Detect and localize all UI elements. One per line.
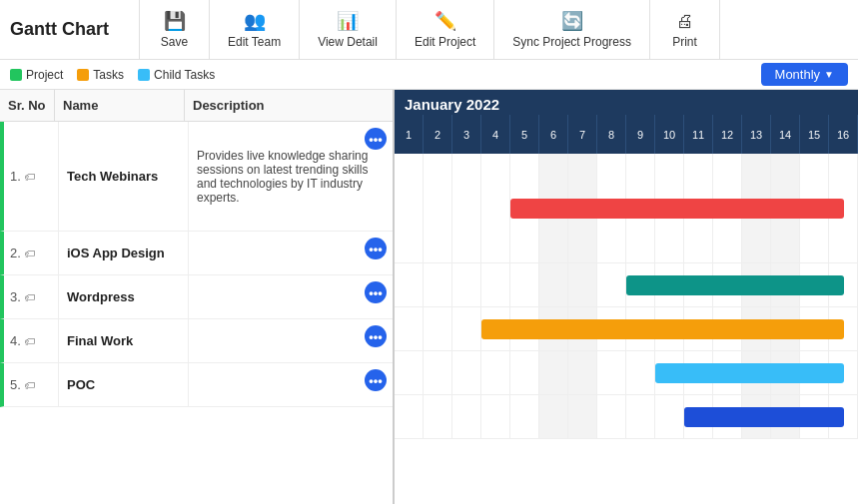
team-icon: 👥 bbox=[244, 10, 266, 32]
gantt-cell bbox=[481, 351, 510, 394]
gantt-cell bbox=[510, 351, 539, 394]
day-15: 15 bbox=[800, 115, 829, 154]
gantt-bar-2[interactable] bbox=[626, 275, 844, 295]
sync-progress-button[interactable]: 🔄 Sync Project Progress bbox=[494, 0, 650, 60]
project-dot bbox=[10, 69, 22, 81]
day-9: 9 bbox=[626, 115, 655, 154]
day-5: 5 bbox=[510, 115, 539, 154]
gantt-cell bbox=[452, 307, 481, 350]
cell-desc-2: ••• bbox=[189, 232, 393, 274]
day-10: 10 bbox=[655, 115, 684, 154]
days-row: 12345678910111213141516 bbox=[395, 115, 858, 154]
task-name-4: Final Work bbox=[67, 333, 133, 348]
detail-icon: 📊 bbox=[337, 10, 359, 32]
cell-srno-4: 4. 🏷 bbox=[4, 319, 59, 362]
table-row: 4. 🏷 Final Work ••• bbox=[0, 319, 393, 363]
gantt-cell bbox=[452, 154, 481, 262]
page-title: Gantt Chart bbox=[10, 19, 129, 40]
gantt-row bbox=[395, 154, 858, 263]
cell-desc-4: ••• bbox=[189, 319, 393, 362]
gantt-cell bbox=[481, 263, 510, 306]
gantt-cell bbox=[424, 351, 452, 394]
subheader: Project Tasks Child Tasks Monthly ▼ bbox=[0, 60, 858, 90]
tag-icon-1: 🏷 bbox=[24, 171, 35, 183]
edit-project-label: Edit Project bbox=[415, 35, 475, 49]
child-tasks-dot bbox=[138, 69, 150, 81]
cell-desc-1: Provides live knowledge sharing sessions… bbox=[189, 122, 393, 231]
gantt-cell bbox=[395, 351, 424, 394]
gantt-row bbox=[395, 307, 858, 351]
gantt-row bbox=[395, 263, 858, 307]
edit-project-button[interactable]: ✏️ Edit Project bbox=[397, 0, 494, 60]
gantt-cell bbox=[395, 307, 424, 350]
left-panel: Sr. No Name Description 1. 🏷 Tech Webina… bbox=[0, 90, 395, 504]
gantt-row bbox=[395, 395, 858, 439]
save-button[interactable]: 💾 Save bbox=[140, 0, 210, 60]
tasks-dot bbox=[77, 69, 89, 81]
toolbar-actions: 💾 Save 👥 Edit Team 📊 View Detail ✏️ Edit… bbox=[139, 0, 720, 60]
print-button[interactable]: 🖨 Print bbox=[650, 0, 720, 60]
legend-tasks: Tasks bbox=[77, 68, 124, 82]
more-button-2[interactable]: ••• bbox=[365, 238, 387, 259]
tag-icon-4: 🏷 bbox=[24, 335, 35, 347]
task-desc-1: Provides live knowledge sharing sessions… bbox=[197, 149, 385, 205]
gantt-bar-3[interactable] bbox=[481, 319, 844, 339]
print-icon: 🖨 bbox=[676, 11, 694, 32]
cell-name-4: Final Work bbox=[59, 319, 189, 362]
gantt-row bbox=[395, 351, 858, 395]
gantt-cell bbox=[395, 395, 424, 438]
gantt-cell bbox=[597, 395, 626, 438]
gantt-cell bbox=[539, 351, 568, 394]
gantt-bar-4[interactable] bbox=[655, 363, 844, 383]
view-detail-button[interactable]: 📊 View Detail bbox=[300, 0, 397, 60]
day-4: 4 bbox=[481, 115, 510, 154]
gantt-cell bbox=[626, 395, 655, 438]
gantt-cell bbox=[539, 263, 568, 306]
day-12: 12 bbox=[713, 115, 742, 154]
gantt-bar-1[interactable] bbox=[510, 199, 844, 219]
cell-name-2: iOS App Design bbox=[59, 232, 189, 274]
gantt-cell bbox=[568, 395, 597, 438]
day-7: 7 bbox=[568, 115, 597, 154]
more-button-4[interactable]: ••• bbox=[365, 325, 387, 347]
project-legend-label: Project bbox=[26, 68, 63, 82]
tag-icon-3: 🏷 bbox=[24, 291, 35, 303]
task-name-5: POC bbox=[67, 377, 95, 392]
monthly-dropdown[interactable]: Monthly ▼ bbox=[761, 63, 848, 86]
sync-progress-label: Sync Project Progress bbox=[512, 35, 631, 49]
col-desc-header: Description bbox=[185, 90, 393, 121]
more-button-1[interactable]: ••• bbox=[365, 128, 387, 150]
gantt-cell bbox=[597, 351, 626, 394]
gantt-cell bbox=[395, 154, 424, 262]
gantt-cell bbox=[597, 263, 626, 306]
gantt-cell bbox=[626, 351, 655, 394]
right-panel: January 2022 12345678910111213141516 bbox=[395, 90, 858, 504]
month-header: January 2022 bbox=[395, 90, 858, 115]
gantt-cell bbox=[424, 263, 452, 306]
more-button-3[interactable]: ••• bbox=[365, 281, 387, 303]
task-name-3: Wordpress bbox=[67, 289, 135, 304]
edit-team-button[interactable]: 👥 Edit Team bbox=[210, 0, 300, 60]
view-detail-label: View Detail bbox=[318, 35, 378, 49]
cell-srno-3: 3. 🏷 bbox=[4, 275, 59, 318]
cell-desc-3: ••• bbox=[189, 275, 393, 318]
legend: Project Tasks Child Tasks bbox=[10, 68, 215, 82]
gantt-cell bbox=[452, 351, 481, 394]
monthly-label: Monthly bbox=[775, 67, 821, 82]
gantt-cell bbox=[510, 263, 539, 306]
more-button-5[interactable]: ••• bbox=[365, 369, 387, 391]
day-16: 16 bbox=[829, 115, 858, 154]
gantt-cell bbox=[481, 154, 510, 262]
day-14: 14 bbox=[771, 115, 800, 154]
chevron-down-icon: ▼ bbox=[824, 69, 834, 80]
gantt-cell bbox=[395, 263, 424, 306]
gantt-cell bbox=[568, 263, 597, 306]
col-srno-header: Sr. No bbox=[0, 90, 55, 121]
cell-name-1: Tech Webinars bbox=[59, 122, 189, 231]
task-name-2: iOS App Design bbox=[67, 246, 165, 260]
day-2: 2 bbox=[424, 115, 452, 154]
edit-team-label: Edit Team bbox=[228, 35, 281, 49]
gantt-bar-5[interactable] bbox=[684, 407, 844, 427]
col-name-header: Name bbox=[55, 90, 185, 121]
cell-desc-5: ••• bbox=[189, 363, 393, 406]
